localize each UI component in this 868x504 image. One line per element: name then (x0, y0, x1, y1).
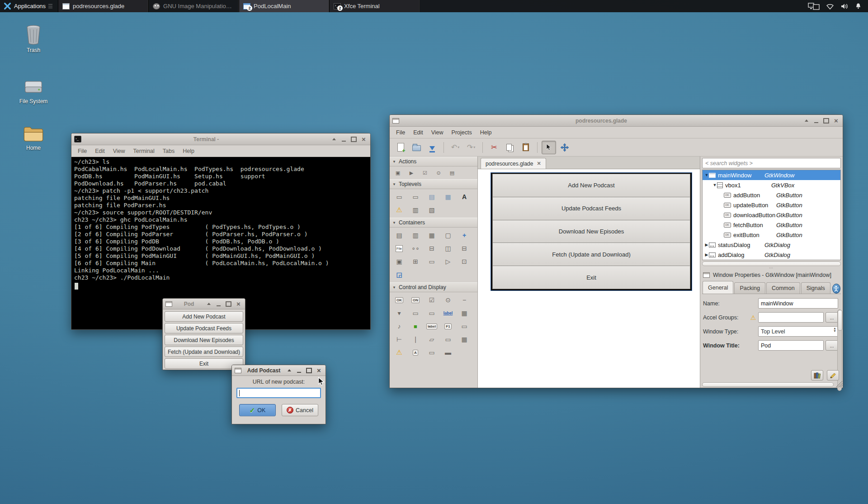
glade-titlebar[interactable]: podresources.glade (390, 115, 843, 127)
designed-button[interactable]: Add New Podcast (492, 174, 690, 197)
tree-row-exitButton[interactable]: exitButton GtkButton (703, 230, 840, 240)
palette-combo-box-entry[interactable]: ▭ (410, 308, 421, 319)
palette-progress-bar[interactable]: ▱ (426, 334, 437, 345)
menu-item[interactable]: Projects (448, 128, 476, 137)
designed-main-window[interactable]: Add New PodcastUpdate Podcast FeedsDownl… (491, 173, 692, 290)
drag-resize-button[interactable] (557, 141, 572, 154)
paste-button[interactable] (519, 141, 533, 154)
save-button[interactable] (425, 141, 439, 154)
palette-tree-view[interactable]: ▦ (459, 308, 470, 319)
palette-input-dialog[interactable]: ▥ (410, 204, 421, 215)
expander-closed-icon[interactable]: ▶ (704, 252, 709, 257)
documentation-button[interactable] (811, 370, 823, 380)
palette-file-chooser-dialog[interactable]: ▦ (443, 191, 453, 202)
expander-open-icon[interactable]: ▼ (712, 183, 717, 187)
shade-button[interactable] (803, 118, 809, 124)
pod-button[interactable]: Fetch (Update and Download) (165, 347, 243, 357)
palette-font-selection-dialog[interactable]: A (459, 191, 470, 202)
palette-label[interactable]: label (443, 308, 453, 319)
notifications-bell-icon[interactable] (855, 3, 862, 10)
palette-frame[interactable]: ▢ (443, 230, 453, 241)
tree-row-downloadButton[interactable]: downloadButton GtkButton (703, 210, 840, 220)
palette-radio-button[interactable]: ⊙ (443, 295, 453, 305)
volume-icon[interactable] (840, 3, 849, 10)
wifi-icon[interactable] (826, 3, 834, 10)
tree-row-addButton[interactable]: addButton GtkButton (703, 190, 840, 200)
palette-text-entry[interactable]: ▭ (426, 308, 437, 319)
name-entry[interactable] (758, 298, 838, 309)
palette-calendar[interactable]: ▦ (459, 334, 470, 345)
palette-toggle-action[interactable]: ☑ (421, 169, 429, 177)
palette-volume-button[interactable]: ♪ (394, 321, 405, 332)
palette-section-toplevels[interactable]: ▼Toplevels (390, 179, 477, 189)
accel-groups-entry[interactable] (758, 312, 824, 323)
palette-horizontal-panes[interactable]: ◫ (443, 243, 453, 254)
palette-toggle-button[interactable]: ON (410, 295, 421, 305)
properties-horizontal-scrollbar[interactable] (702, 382, 834, 387)
palette-expander[interactable]: ▷ (443, 256, 453, 267)
panel-splitter[interactable]: ⋯ (702, 266, 841, 270)
menu-item[interactable]: Help (476, 128, 495, 137)
palette-statusbar[interactable]: ▬ (443, 347, 453, 358)
palette-horizontal-scale[interactable]: ⊢ (394, 334, 405, 345)
palette-scrolled-window[interactable]: ⊞ (410, 256, 421, 267)
tree-row-fetchButton[interactable]: fetchButton GtkButton (703, 220, 840, 230)
tab-general[interactable]: General (703, 281, 733, 294)
tree-row-updateButton[interactable]: updateButton GtkButton (703, 200, 840, 210)
palette-vertical-panes[interactable]: ⊟ (459, 243, 470, 254)
minimize-button[interactable] (216, 301, 222, 307)
palette-recent-chooser-dialog[interactable]: ▧ (426, 204, 437, 215)
palette-font-button[interactable]: F1 (443, 321, 453, 332)
palette-button[interactable]: OK (394, 295, 405, 305)
terminal-titlebar[interactable]: Terminal - (71, 133, 370, 145)
minimize-button[interactable] (296, 367, 302, 373)
spinner-arrows-icon[interactable]: ▲▼ (833, 327, 836, 333)
close-tab-icon[interactable]: ✕ (537, 161, 541, 166)
palette-image[interactable]: ⚠ (394, 347, 405, 358)
copy-button[interactable] (503, 141, 517, 154)
resize-grip[interactable] (836, 381, 842, 387)
palette-section-actions[interactable]: ▼Actions (390, 157, 477, 166)
palette-file-chooser-widget[interactable]: File (394, 243, 405, 254)
desktop-icon-trash[interactable]: Trash (12, 24, 55, 53)
cancel-button[interactable]: ✗ Cancel (282, 404, 318, 416)
shade-button[interactable] (331, 136, 337, 142)
cut-button[interactable]: ✂ (487, 141, 501, 154)
shade-button[interactable] (206, 301, 212, 307)
selector-button[interactable] (542, 141, 556, 154)
palette-color-selection-dialog[interactable]: ▤ (426, 191, 437, 202)
pod-titlebar[interactable]: Pod (163, 299, 245, 309)
pod-button[interactable]: Download New Episodes (165, 335, 243, 345)
pod-button[interactable]: Add New Podcast (165, 311, 243, 322)
minimize-button[interactable] (813, 118, 819, 124)
palette-horizontal-box[interactable]: ▥ (410, 230, 421, 241)
menu-item[interactable]: File (74, 147, 90, 156)
menu-item[interactable]: View (109, 147, 129, 156)
tab-signals[interactable]: Signals (801, 282, 830, 294)
designed-button[interactable]: Update Podcast Feeds (492, 197, 690, 220)
desktop-icon-file-system[interactable]: File System (12, 75, 55, 105)
palette-message-dialog[interactable]: ⚠ (394, 204, 405, 215)
menu-item[interactable]: Terminal (130, 147, 158, 156)
palette-color-button[interactable]: ■ (410, 321, 421, 332)
palette-fixed[interactable]: + (459, 230, 470, 241)
window-title-entry[interactable] (758, 340, 824, 351)
redo-button[interactable]: ↷▾ (464, 141, 478, 154)
url-input[interactable] (236, 388, 321, 398)
minimize-button[interactable] (341, 136, 347, 142)
palette-vertical-scale[interactable]: | (410, 334, 421, 345)
palette-spin-button[interactable]: ▭ (443, 334, 453, 345)
window-type-combo[interactable]: Top Level ▲▼ (758, 326, 838, 337)
expander-open-icon[interactable]: ▼ (704, 173, 709, 177)
menu-item[interactable]: File (392, 128, 409, 137)
menu-item[interactable]: Edit (410, 128, 427, 137)
palette-horizontal-button-box[interactable]: ∘∘ (410, 243, 421, 254)
display-icon[interactable] (808, 3, 820, 10)
taskbar-item-podlocalmain[interactable]: 2 PodLocalMain (239, 0, 329, 12)
palette-layout[interactable]: ◲ (394, 269, 405, 280)
palette-section-containers[interactable]: ▼Containers (390, 218, 477, 228)
new-project-button[interactable] (393, 141, 408, 154)
palette-accel-label[interactable]: label (426, 321, 437, 332)
menu-item[interactable]: Tabs (159, 147, 178, 156)
shade-button[interactable] (286, 367, 292, 373)
